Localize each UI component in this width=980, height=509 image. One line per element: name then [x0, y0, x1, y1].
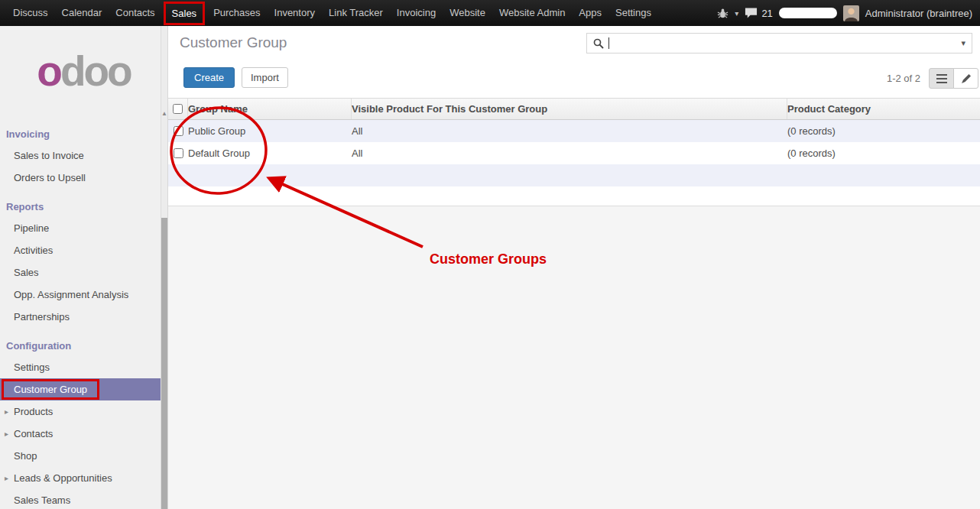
create-button[interactable]: Create	[183, 67, 235, 88]
nav-discuss[interactable]: Discuss	[6, 0, 55, 26]
nav-settings[interactable]: Settings	[608, 0, 658, 26]
list-view-button[interactable]	[929, 68, 954, 89]
nav-sales[interactable]: Sales	[164, 2, 206, 25]
top-nav-bar: Discuss Calendar Contacts Sales Purchase…	[0, 0, 980, 26]
form-view-icon	[961, 73, 972, 84]
nav-link-tracker[interactable]: Link Tracker	[322, 0, 390, 26]
nav-contacts[interactable]: Contacts	[109, 0, 161, 26]
content-background	[168, 206, 980, 509]
debug-icon[interactable]	[717, 8, 729, 19]
table-row[interactable]: Public Group All (0 records)	[168, 120, 980, 142]
sidebar: odoo Invoicing Sales to Invoice Orders t…	[0, 26, 168, 509]
sidebar-item-opp-assignment-analysis[interactable]: Opp. Assignment Analysis	[0, 284, 161, 306]
cell-product-category: (0 records)	[787, 125, 980, 137]
scrollbar-thumb[interactable]	[161, 218, 167, 509]
main-content: Customer Group ▾ Create Import 1-2 of 2	[168, 26, 980, 509]
app-menu: Discuss Calendar Contacts Sales Purchase…	[0, 0, 658, 26]
sidebar-item-settings[interactable]: Settings	[0, 356, 161, 378]
sidebar-item-activities[interactable]: Activities	[0, 239, 161, 261]
search-box[interactable]: ▾	[586, 33, 972, 53]
messages-icon[interactable]	[745, 7, 758, 19]
nav-purchases[interactable]: Purchases	[206, 0, 267, 26]
search-icon[interactable]	[593, 38, 604, 49]
list-view-icon	[936, 74, 947, 83]
section-reports: Reports	[0, 189, 161, 217]
row-checkbox[interactable]	[174, 126, 183, 136]
sidebar-item-leads-opportunities[interactable]: ▸Leads & Opportunities	[0, 467, 161, 489]
button-toolbar: Create Import 1-2 of 2	[168, 61, 980, 98]
avatar[interactable]	[843, 5, 859, 21]
select-all-cell	[168, 99, 188, 119]
search-input[interactable]	[609, 37, 617, 50]
nav-calendar[interactable]: Calendar	[55, 0, 109, 26]
cell-visible-product: All	[352, 125, 787, 137]
row-select-cell	[168, 148, 188, 158]
cell-group-name: Public Group	[188, 125, 352, 137]
sidebar-item-customer-group[interactable]: Customer Group	[0, 378, 161, 400]
sidebar-item-contacts[interactable]: ▸Contacts	[0, 423, 161, 445]
sidebar-item-shop[interactable]: Shop	[0, 445, 161, 467]
expand-caret-icon: ▸	[5, 467, 8, 489]
cell-product-category: (0 records)	[787, 148, 980, 159]
sidebar-item-partnerships[interactable]: Partnerships	[0, 306, 161, 328]
nav-website[interactable]: Website	[443, 0, 492, 26]
systray: ▾ 21 Administrator (braintree)	[717, 5, 980, 21]
expand-caret-icon: ▸	[5, 423, 8, 445]
sidebar-item-sales-teams[interactable]: Sales Teams	[0, 489, 161, 509]
cell-group-name: Default Group	[188, 148, 352, 159]
section-configuration: Configuration	[0, 328, 161, 356]
sidebar-item-orders-to-upsell[interactable]: Orders to Upsell	[0, 167, 161, 189]
row-select-cell	[168, 126, 188, 136]
cell-visible-product: All	[352, 148, 787, 159]
row-checkbox[interactable]	[174, 148, 183, 158]
sidebar-scrollbar[interactable]: ▲	[161, 26, 167, 509]
table-row[interactable]: Default Group All (0 records)	[168, 142, 980, 164]
list-view: Group Name Visible Product For This Cust…	[168, 98, 980, 509]
sidebar-item-label: Customer Group	[14, 384, 87, 395]
sidebar-item-sales-to-invoice[interactable]: Sales to Invoice	[0, 144, 161, 167]
nav-website-admin[interactable]: Website Admin	[492, 0, 572, 26]
select-all-checkbox[interactable]	[173, 104, 183, 114]
status-pill	[779, 8, 837, 18]
odoo-logo-text: odoo	[37, 50, 130, 92]
expand-caret-icon: ▸	[5, 400, 8, 423]
sidebar-item-sales[interactable]: Sales	[0, 261, 161, 284]
sidebar-item-pipeline[interactable]: Pipeline	[0, 217, 161, 239]
section-invoicing: Invoicing	[0, 116, 161, 144]
nav-inventory[interactable]: Inventory	[268, 0, 322, 26]
page-title: Customer Group	[180, 34, 287, 51]
list-header-row: Group Name Visible Product For This Cust…	[168, 98, 980, 120]
empty-row	[168, 186, 980, 206]
debug-caret-icon[interactable]: ▾	[735, 9, 738, 18]
messages-count-badge[interactable]: 21	[761, 8, 772, 19]
search-options-caret-icon[interactable]: ▾	[961, 38, 972, 48]
nav-invoicing[interactable]: Invoicing	[390, 0, 443, 26]
column-header-group-name[interactable]: Group Name	[188, 99, 352, 119]
scrollbar-up-arrow-icon[interactable]: ▲	[161, 110, 167, 118]
column-header-product-category[interactable]: Product Category	[787, 99, 980, 119]
nav-apps[interactable]: Apps	[572, 0, 608, 26]
user-menu[interactable]: Administrator (braintree)	[865, 8, 972, 19]
odoo-logo: odoo	[0, 26, 167, 116]
sidebar-menu: Invoicing Sales to Invoice Orders to Ups…	[0, 116, 161, 509]
pager-label: 1-2 of 2	[887, 73, 920, 84]
sidebar-item-products[interactable]: ▸Products	[0, 400, 161, 423]
import-button[interactable]: Import	[242, 67, 288, 88]
form-view-button[interactable]	[953, 68, 978, 89]
control-panel: Customer Group ▾	[168, 26, 980, 61]
view-switcher	[929, 68, 978, 89]
empty-row	[168, 164, 980, 186]
column-header-visible-product[interactable]: Visible Product For This Customer Group	[352, 99, 787, 119]
